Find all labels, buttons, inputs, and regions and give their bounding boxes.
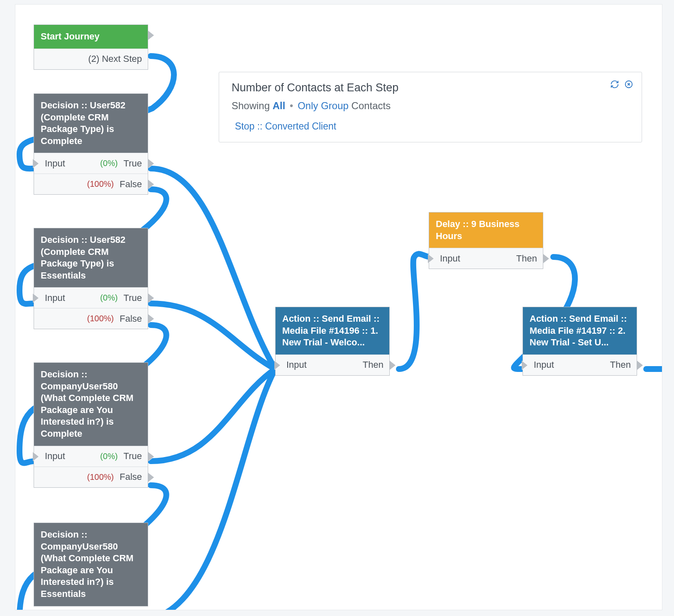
next-count: (2): [88, 54, 100, 64]
node-header: Start Journey: [34, 25, 148, 49]
separator-dot: •: [290, 100, 293, 111]
in-port-icon: [33, 159, 39, 168]
close-icon[interactable]: [624, 80, 633, 91]
true-label: True: [124, 158, 142, 169]
node-action-send-email-14196[interactable]: Action :: Send Email :: Media File #1419…: [275, 307, 390, 376]
false-label: False: [120, 313, 142, 324]
out-port-icon: [148, 293, 154, 303]
in-port-icon: [428, 254, 434, 263]
input-label: Input: [440, 253, 460, 264]
in-port-icon: [274, 361, 280, 370]
then-label: Then: [516, 253, 537, 264]
node-header: Decision :: User582 (Complete CRM Packag…: [34, 94, 148, 153]
in-port-icon: [522, 361, 527, 370]
node-decision-companyuser580-complete[interactable]: Decision :: CompanyUser580 (What Complet…: [34, 362, 148, 488]
input-label: Input: [45, 451, 65, 462]
then-label: Then: [363, 359, 383, 370]
row-true[interactable]: Input (0%) True: [34, 446, 148, 467]
row-true[interactable]: Input (0%) True: [34, 287, 148, 308]
node-decision-companyuser580-essentials[interactable]: Decision :: CompanyUser580 (What Complet…: [34, 523, 148, 606]
false-label: False: [120, 472, 142, 482]
true-label: True: [124, 293, 142, 303]
filter-only-group-link[interactable]: Only Group: [298, 100, 349, 111]
refresh-icon[interactable]: [610, 80, 619, 91]
input-label: Input: [45, 158, 65, 169]
node-header: Action :: Send Email :: Media File #1419…: [523, 307, 637, 354]
out-port-icon: [543, 254, 549, 263]
row-true[interactable]: Input (0%) True: [34, 153, 148, 174]
row-false[interactable]: (100%) False: [34, 467, 148, 487]
out-port-icon: [148, 314, 154, 323]
row-input-then[interactable]: Input Then: [429, 248, 543, 269]
then-label: Then: [610, 359, 631, 370]
in-port-icon: [33, 452, 39, 461]
filter-all-link[interactable]: All: [273, 100, 286, 111]
out-port-icon: [148, 473, 154, 482]
true-label: True: [124, 451, 142, 462]
out-port-icon: [148, 159, 154, 168]
panel-title: Number of Contacts at Each Step: [232, 81, 629, 94]
out-port-icon: [637, 361, 643, 370]
true-pct: (0%): [100, 452, 117, 461]
out-port-icon: [148, 180, 154, 189]
row-input-then[interactable]: Input Then: [276, 354, 389, 375]
row-false[interactable]: (100%) False: [34, 174, 148, 194]
false-label: False: [120, 179, 142, 190]
row-false[interactable]: (100%) False: [34, 308, 148, 329]
true-pct: (0%): [100, 159, 117, 168]
node-delay-9-business-hours[interactable]: Delay :: 9 Business Hours Input Then: [429, 212, 543, 269]
breadcrumb-stop-converted-client[interactable]: Stop :: Converted Client: [232, 121, 629, 132]
out-port-icon: [148, 452, 154, 461]
false-pct: (100%): [87, 314, 114, 323]
node-start-journey[interactable]: Start Journey (2) Next Step: [34, 24, 148, 70]
out-next-step[interactable]: (2) Next Step: [34, 49, 148, 69]
input-label: Input: [286, 359, 307, 370]
row-input-then[interactable]: Input Then: [523, 354, 637, 375]
input-label: Input: [45, 293, 65, 303]
node-decision-user582-complete[interactable]: Decision :: User582 (Complete CRM Packag…: [34, 93, 148, 195]
out-port-icon: [148, 31, 154, 40]
showing-label: Showing: [232, 100, 270, 111]
out-port-icon: [390, 361, 396, 370]
next-label: Next Step: [102, 54, 142, 64]
info-panel-contacts-at-step[interactable]: Number of Contacts at Each Step Showing …: [219, 72, 642, 142]
false-pct: (100%): [87, 472, 114, 482]
true-pct: (0%): [100, 293, 117, 303]
node-action-send-email-14197[interactable]: Action :: Send Email :: Media File #1419…: [523, 307, 637, 376]
input-label: Input: [534, 359, 554, 370]
node-decision-user582-essentials[interactable]: Decision :: User582 (Complete CRM Packag…: [34, 228, 148, 329]
filter-suffix: Contacts: [352, 100, 391, 111]
node-header: Decision :: CompanyUser580 (What Complet…: [34, 363, 148, 446]
node-header: Decision :: CompanyUser580 (What Complet…: [34, 523, 148, 606]
false-pct: (100%): [87, 179, 114, 189]
node-header: Decision :: User582 (Complete CRM Packag…: [34, 228, 148, 287]
journey-canvas[interactable]: Start Journey (2) Next Step Decision :: …: [15, 4, 662, 610]
in-port-icon: [33, 293, 39, 303]
node-header: Action :: Send Email :: Media File #1419…: [276, 307, 389, 354]
panel-filter: Showing All • Only Group Contacts: [232, 100, 629, 112]
node-header: Delay :: 9 Business Hours: [429, 213, 543, 248]
